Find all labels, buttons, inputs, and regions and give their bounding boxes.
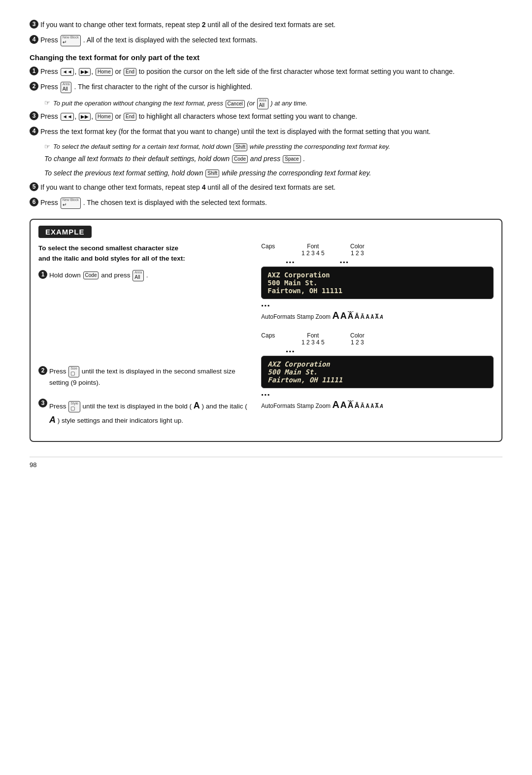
area-all-key: AreaAll	[61, 82, 72, 93]
autoformats-row2: AutoFormats Stamp Zoom A A Â Ā Ā Ā Ā Ā A	[261, 399, 383, 410]
shift-key2: Shift	[205, 169, 219, 177]
area-all-key2: AreaAll	[133, 270, 144, 281]
note2-block: ☞ To select the default setting for a ce…	[44, 142, 502, 152]
step3-intro-text: If you want to change other text formats…	[40, 20, 502, 30]
color-nums2: 1 2 3	[340, 339, 374, 346]
panel1-nums: 1 2 3 4 5 1 2 3	[261, 250, 374, 257]
dots-row1b: ▪▪▪	[261, 302, 270, 309]
display-panel-2: AXZ Corporation 500 Main St. Fairtown, O…	[261, 356, 494, 388]
panel1-header: Caps Font Color	[261, 243, 374, 250]
panel1-line3: Fairtown, OH 11111	[267, 287, 487, 295]
p2-circle-4: 4	[30, 127, 38, 135]
color-label2: Color	[340, 332, 374, 339]
p2-step1-block: 1 Press ◄◄, ▶▶, Home or End to position …	[30, 67, 502, 77]
ex-step3-text: Press Style▢ until the text is displayed…	[49, 399, 251, 427]
home-key: Home	[96, 68, 113, 76]
panel2-line2: 500 Main St.	[267, 368, 487, 376]
af-letters1: A A Â Ā Ā Ā Ā Ā A	[332, 310, 383, 321]
panel2-line3: Fairtown, OH 11111	[267, 376, 487, 384]
ex-step1: 1 Hold down Code and press AreaAll .	[38, 270, 251, 281]
cancel-key: Cancel	[226, 100, 245, 108]
caps-label1: Caps	[261, 243, 286, 250]
page-number: 98	[30, 457, 502, 469]
p2-step2-text: Press AreaAll . The first character to t…	[40, 82, 502, 93]
p2-step2-block: 2 Press AreaAll . The first character to…	[30, 82, 502, 93]
dots-row2: ▪▪▪	[286, 348, 295, 355]
note3-block: To change all text formats to their defa…	[44, 154, 502, 164]
font-nums2: 1 2 3 4 5	[286, 339, 340, 346]
p2-step5-block: 5 If you want to change other text forma…	[30, 182, 502, 193]
area-key2: AreaAll	[257, 98, 268, 109]
font-label2: Font	[286, 332, 340, 339]
ex-circle-2: 2	[38, 366, 47, 375]
p2-step3-block: 3 Press ◄◄, ▶▶, Home or End to highlight…	[30, 111, 502, 122]
end-key2: End	[124, 113, 136, 121]
code-key: Code	[232, 155, 248, 163]
p2-step3-text: Press ◄◄, ▶▶, Home or End to highlight a…	[40, 111, 502, 122]
step4-text: Press New Block↵ . All of the text is di…	[40, 35, 502, 46]
p2-step5-text: If you want to change other text formats…	[40, 182, 502, 193]
font-nums1: 1 2 3 4 5	[286, 250, 340, 257]
p2-circle-6: 6	[30, 198, 38, 206]
style-key: Style▢	[68, 401, 80, 412]
panel2-line1: AXZ Corporation	[267, 360, 487, 368]
italic-a-indicator: A	[49, 415, 56, 425]
color-nums1: 1 2 3	[340, 250, 374, 257]
circle-3: 3	[30, 20, 38, 29]
bold-a-indicator: A	[194, 401, 200, 410]
ex-step2-text: Press Size▢ until the text is displayed …	[49, 366, 251, 388]
p2-circle-2: 2	[30, 82, 38, 91]
newblock-key: New Block↵	[61, 35, 81, 46]
ex-step3: 3 Press Style▢ until the text is display…	[38, 399, 251, 427]
shift-key: Shift	[233, 143, 247, 151]
size-key: Size▢	[68, 366, 79, 377]
newblock-key2: New Block↵	[61, 198, 81, 209]
ex-circle-1: 1	[38, 270, 47, 279]
back-key: ◄◄	[61, 68, 74, 76]
p2-step6-block: 6 Press New Block↵ . The chosen text is …	[30, 198, 502, 209]
autoformats-row1: AutoFormats Stamp Zoom A A Â Ā Ā Ā Ā Ā A	[261, 310, 383, 321]
space-key: Space	[283, 155, 300, 163]
section-heading: Changing the text format for only part o…	[30, 53, 502, 62]
p2-step6-text: Press New Block↵ . The chosen text is di…	[40, 198, 502, 209]
ex-step1-text: Hold down Code and press AreaAll .	[49, 270, 251, 281]
note2-text: To select the default setting for a cert…	[53, 143, 390, 150]
p2-step1-text: Press ◄◄, ▶▶, Home or End to position th…	[40, 67, 502, 77]
display-panel-1: AXZ Corporation 500 Main St. Fairtown, O…	[261, 267, 494, 299]
panel2-nums: 1 2 3 4 5 1 2 3	[261, 339, 374, 346]
panel1-line1: AXZ Corporation	[267, 271, 487, 279]
dots-row1: ▪▪▪ ▪▪▪	[286, 259, 349, 266]
p2-step4-text: Press the text format key (for the forma…	[40, 127, 502, 137]
af-letters2: A A Â Ā Ā Ā Ā Ā A	[332, 399, 383, 410]
font-label1: Font	[286, 243, 340, 250]
panel2-header: Caps Font Color	[261, 332, 374, 339]
fwd-key: ▶▶	[79, 68, 91, 76]
example-title-block: To select the second smallest character …	[38, 243, 251, 264]
code-key2: Code	[83, 271, 99, 279]
page-content: 3 If you want to change other text forma…	[30, 20, 502, 469]
note1-text: To puit the operation without changing t…	[53, 98, 307, 109]
example-left: To select the second smallest character …	[38, 243, 251, 433]
end-key: End	[124, 68, 136, 76]
back-key2: ◄◄	[61, 113, 74, 121]
p2-circle-3: 3	[30, 111, 38, 120]
note4-block: To select the previous text format setti…	[44, 168, 502, 178]
step3-intro-block: 3 If you want to change other text forma…	[30, 20, 502, 30]
example-right: Caps Font Color 1 2 3 4 5 1 2 3 ▪▪▪ ▪▪▪	[261, 243, 494, 433]
step4-block: 4 Press New Block↵ . All of the text is …	[30, 35, 502, 46]
caps-label2: Caps	[261, 332, 286, 339]
example-label: EXAMPLE	[38, 226, 92, 238]
fwd-key2: ▶▶	[79, 113, 91, 121]
p2-step4-block: 4 Press the text format key (for the for…	[30, 127, 502, 137]
note1-block: ☞ To puit the operation without changing…	[44, 98, 502, 109]
p2-circle-5: 5	[30, 182, 38, 191]
p2-circle-1: 1	[30, 67, 38, 75]
ex-step2: 2 Press Size▢ until the text is displaye…	[38, 366, 251, 388]
panel1-line2: 500 Main St.	[267, 279, 487, 287]
example-box: EXAMPLE To select the second smallest ch…	[30, 219, 502, 442]
color-label1: Color	[340, 243, 374, 250]
example-inner: To select the second smallest character …	[31, 243, 501, 441]
dots-row2b: ▪▪▪	[261, 391, 275, 398]
ex-circle-3: 3	[38, 399, 47, 407]
circle-4: 4	[30, 35, 38, 44]
